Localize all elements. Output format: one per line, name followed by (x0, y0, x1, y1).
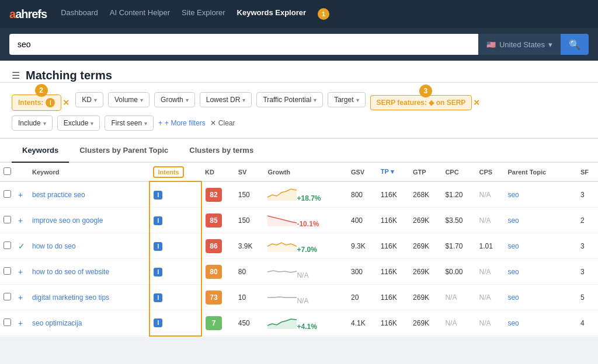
row-sf-cell: 3 (577, 181, 598, 208)
row-parent-topic-cell: seo (504, 259, 576, 285)
col-intents: Intents (150, 163, 201, 181)
logo[interactable]: aahrefs (9, 8, 47, 21)
row-tp-cell: 116K (377, 285, 409, 310)
plus-icon: + (158, 119, 162, 127)
row-expand-cell: + (15, 310, 29, 336)
row-gsv-cell: 800 (347, 181, 377, 208)
keyword-link[interactable]: best practice seo (32, 191, 85, 199)
keyword-link[interactable]: digital marketing seo tips (32, 293, 109, 302)
table-body: + best practice seo I 82 150 +18.7% 800 … (0, 181, 598, 336)
parent-topic-link[interactable]: seo (507, 242, 519, 250)
row-sv-cell: 150 (235, 181, 265, 208)
row-parent-topic-cell: seo (504, 208, 576, 233)
parent-topic-link[interactable]: seo (507, 191, 519, 199)
traffic-potential-filter-button[interactable]: Traffic Potential ▾ (256, 92, 323, 107)
tab-keywords[interactable]: Keywords (12, 139, 69, 163)
row-checkbox[interactable] (4, 242, 11, 249)
more-filters-button[interactable]: + + More filters (158, 119, 206, 127)
include-filter-button[interactable]: Include ▾ (12, 116, 53, 131)
lowest-dr-label: Lowest DR (206, 96, 241, 104)
serp-features-filter-button[interactable]: SERP features: ◆ on SERP (370, 95, 472, 110)
serp-close-button[interactable]: ✕ (472, 98, 481, 107)
country-selector[interactable]: 🇺🇸 United States ▾ (478, 34, 561, 55)
row-checkbox[interactable] (4, 293, 11, 300)
parent-topic-link[interactable]: seo (507, 319, 519, 327)
parent-topic-link[interactable]: seo (507, 293, 519, 302)
row-growth-cell: +7.0% (264, 233, 347, 259)
check-icon: ✓ (18, 242, 25, 251)
target-chevron-icon: ▾ (356, 97, 359, 103)
row-sf-cell: 3 (577, 259, 598, 285)
clear-button[interactable]: ✕ Clear (210, 119, 235, 127)
clear-label: Clear (218, 119, 235, 127)
hamburger-icon[interactable]: ☰ (12, 70, 20, 81)
exclude-filter-button[interactable]: Exclude ▾ (57, 116, 100, 131)
row-cpc-cell: $0.00 (441, 259, 475, 285)
row-sf-cell: 4 (577, 310, 598, 336)
intents-close-button[interactable]: ✕ (61, 98, 71, 107)
keyword-link[interactable]: seo optimizacija (32, 319, 82, 327)
row-checkbox[interactable] (4, 190, 11, 198)
row-keyword-cell: how to do seo of website (29, 259, 150, 285)
tab-clusters-parent[interactable]: Clusters by Parent Topic (69, 139, 179, 163)
nav-ai-content[interactable]: AI Content Helper (110, 8, 170, 20)
volume-filter-button[interactable]: Volume ▾ (108, 92, 150, 107)
kd-badge: 86 (206, 239, 222, 253)
nav-dashboard[interactable]: Dashboard (61, 8, 98, 20)
nav-links: Dashboard AI Content Helper Site Explore… (61, 8, 329, 20)
keyword-link[interactable]: how to do seo (32, 242, 76, 250)
kd-filter-button[interactable]: KD ▾ (75, 92, 103, 107)
row-gsv-cell: 4.1K (347, 310, 377, 336)
table-row: ✓ how to do seo I 86 3.9K +7.0% 9.3K 116… (0, 233, 598, 259)
plus-icon[interactable]: + (18, 216, 23, 225)
intent-badge: I (154, 293, 162, 302)
filters-area: 2 Intents: I ✕ KD ▾ Volume ▾ Growth ▾ Lo… (0, 83, 598, 139)
row-checkbox[interactable] (4, 318, 11, 326)
plus-icon[interactable]: + (18, 293, 23, 302)
lowest-dr-filter-button[interactable]: Lowest DR ▾ (200, 92, 252, 107)
row-intents-cell: I (150, 181, 201, 208)
search-button[interactable]: 🔍 (561, 34, 589, 55)
first-seen-filter-button[interactable]: First seen ▾ (105, 116, 154, 131)
parent-topic-link[interactable]: seo (507, 268, 519, 276)
row-checkbox[interactable] (4, 267, 11, 275)
tab-clusters-terms[interactable]: Clusters by terms (179, 139, 264, 163)
include-chevron-icon: ▾ (43, 120, 46, 127)
keyword-link[interactable]: how to do seo of website (32, 268, 109, 276)
keyword-link[interactable]: improve seo on google (32, 216, 103, 225)
section-title: Matching terms (26, 69, 112, 82)
row-cpc-cell: N/A (441, 310, 475, 336)
row-checkbox[interactable] (4, 216, 11, 223)
x-icon: ✕ (210, 119, 216, 127)
search-input[interactable] (9, 34, 478, 55)
select-all-checkbox[interactable] (4, 167, 11, 175)
intents-label: Intents: (18, 99, 43, 107)
growth-filter-button[interactable]: Growth ▾ (154, 92, 195, 107)
target-filter-button[interactable]: Target ▾ (328, 92, 365, 107)
row-kd-cell: 82 (201, 181, 235, 208)
row-gsv-cell: 300 (347, 259, 377, 285)
plus-icon[interactable]: + (18, 190, 23, 200)
row-gtp-cell: 269K (409, 208, 441, 233)
row-cps-cell: 1.01 (476, 233, 505, 259)
filter-row-2: Include ▾ Exclude ▾ First seen ▾ + + Mor… (12, 116, 586, 131)
plus-icon[interactable]: + (18, 318, 23, 328)
nav-site-explorer[interactable]: Site Explorer (182, 8, 225, 20)
row-keyword-cell: how to do seo (29, 233, 150, 259)
chevron-down-icon: ▾ (548, 40, 552, 49)
parent-topic-link[interactable]: seo (507, 216, 519, 225)
table-row: + best practice seo I 82 150 +18.7% 800 … (0, 181, 598, 208)
row-intents-cell: I (150, 259, 201, 285)
row-expand-cell: ✓ (15, 233, 29, 259)
exclude-chevron-icon: ▾ (91, 120, 93, 127)
row-growth-cell: -10.1% (264, 208, 347, 233)
intents-filter-button[interactable]: Intents: I (12, 94, 61, 111)
svg-marker-1 (267, 216, 297, 226)
include-label: Include (18, 119, 41, 127)
kd-label: KD (82, 96, 92, 104)
plus-icon[interactable]: + (18, 267, 23, 276)
step-3-badge: 3 (419, 85, 432, 97)
table-row: + improve seo on google I 85 150 -10.1% … (0, 208, 598, 233)
nav-keywords-explorer[interactable]: Keywords Explorer (237, 8, 307, 20)
kd-badge: 80 (206, 265, 222, 279)
